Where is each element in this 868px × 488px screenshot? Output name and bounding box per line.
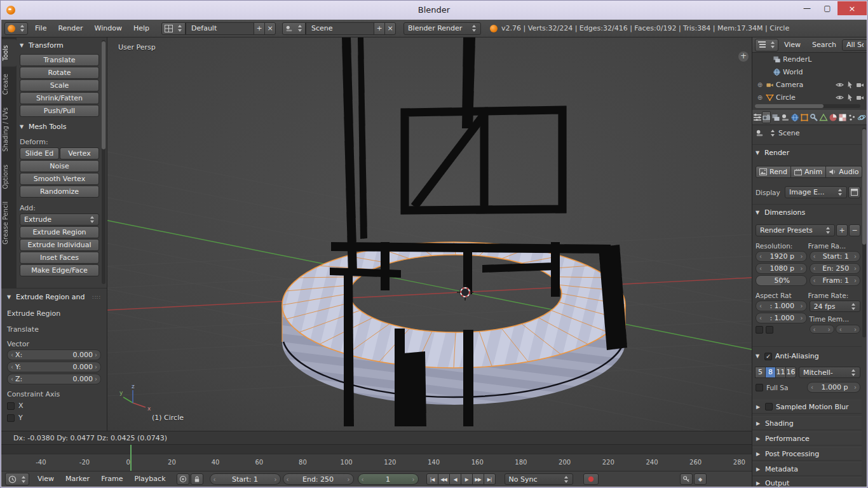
aspect-y-field[interactable]: ‹: 1.000› [756,313,807,323]
vector-y-field[interactable]: ‹Y:0.000› [7,362,101,372]
timeline-region[interactable]: -40-200204060801001201401601802002202402… [1,445,752,471]
tab-world[interactable] [790,111,799,123]
menu-item[interactable]: Render [52,20,88,37]
constraint-y-checkbox[interactable] [7,414,15,422]
stepper-right-icon[interactable]: › [348,476,350,483]
frame-start-field[interactable]: ‹Start: 1› [210,473,281,485]
close-button[interactable]: × [837,1,867,15]
scene-browse-button[interactable] [282,22,306,35]
editor-type-timeline-button[interactable] [5,473,29,485]
tab-data[interactable] [819,111,828,123]
add-scene-button[interactable]: + [374,22,385,35]
time-remap-old-field[interactable]: ‹› [810,325,834,334]
minimize-button[interactable]: — [797,1,817,15]
tab-material[interactable] [829,111,837,123]
tab-object[interactable] [800,111,809,123]
tool-button[interactable]: Rotate [20,67,99,79]
add-preset-button[interactable]: + [836,224,848,236]
menu-item[interactable]: Window [89,20,128,37]
prev-keyframe-button[interactable]: ◀◀ [438,473,450,485]
editor-type-outliner-button[interactable] [755,39,778,51]
filter-size-field[interactable]: ‹1.000 p› [807,382,860,393]
frame-rate-dropdown[interactable]: 24 fps [810,301,861,312]
dimensions-panel-header[interactable]: ▼Dimensions [756,207,860,219]
render-image-button[interactable]: Rend [756,166,791,178]
vector-x-field[interactable]: ‹X:0.000› [7,349,101,360]
outliner-hscrollbar[interactable] [755,104,860,108]
frame-end-field[interactable]: ‹End: 250› [283,473,354,485]
anti-aliasing-checkbox[interactable]: ✓ [764,353,772,360]
aspect-x-field[interactable]: ‹: 1.000› [756,301,807,311]
operator-panel-header[interactable]: ▼Extrude Region and ∷∷ [7,291,101,303]
renderability-camera-icon[interactable] [856,93,864,102]
stepper-right-icon[interactable]: › [95,376,97,383]
render-panel-header[interactable]: ▼Render [756,147,860,159]
panel-collapsed-header[interactable]: ▶ Performance [752,431,862,445]
render-presets-dropdown[interactable]: Render Presets [756,224,835,236]
play-reverse-button[interactable]: ◀ [449,473,461,485]
outliner-row-world[interactable]: World [752,65,867,78]
render-animation-button[interactable]: Anim [790,166,826,178]
selectability-cursor-icon[interactable] [846,93,854,102]
timeline-ruler[interactable]: -40-200204060801001201401601802002202402… [1,454,752,471]
frame-end-field[interactable]: ‹En: 250› [810,263,861,274]
tool-button[interactable]: Extrude Region [20,226,99,238]
display-mode-dropdown[interactable]: Image E... [785,186,847,198]
menu-item[interactable]: View [32,471,60,487]
outliner-scope-dropdown[interactable]: All Sc [842,39,867,51]
tab-texture[interactable] [838,111,847,123]
extrude-menu-button[interactable]: Extrude [20,214,99,226]
add-layout-button[interactable]: + [254,22,265,35]
render-engine-dropdown[interactable]: Blender Render [403,22,481,35]
outliner-row-camera[interactable]: ⊕ Camera [752,78,867,91]
tool-button[interactable]: Inset Faces [20,252,99,264]
stepper-right-icon[interactable]: › [275,476,277,483]
tool-button[interactable]: Randomize [20,186,99,198]
expand-icon[interactable]: ⊕ [756,81,764,88]
panel-collapsed-header[interactable]: ▶ Shading [752,416,862,430]
menu-item[interactable]: Marker [60,471,95,487]
vector-z-field[interactable]: ‹Z:0.000› [7,374,101,384]
delete-scene-button[interactable]: × [384,22,396,35]
tab-particles[interactable] [848,111,857,123]
tool-shelf-scrollbar[interactable] [102,40,105,284]
tab-modifiers[interactable] [810,111,818,123]
tab-render-layers[interactable] [771,111,780,123]
play-button[interactable]: ▶ [461,473,473,485]
aa-sample-option[interactable]: 11 [775,367,786,378]
selectability-cursor-icon[interactable] [846,81,854,89]
constraint-x-checkbox[interactable] [7,402,15,410]
frame-step-field[interactable]: ‹Fram: 1› [810,275,861,286]
scene-name[interactable]: Scene [306,22,374,35]
frame-start-field[interactable]: ‹Start: 1› [810,251,861,262]
toolshelf-tab[interactable]: Tools [2,39,17,67]
transform-panel-header[interactable]: ▼Transform [20,39,99,51]
record-button[interactable] [583,473,599,485]
stepper-right-icon[interactable]: › [95,351,97,358]
tool-button[interactable]: Extrude Individual [20,239,99,251]
toolshelf-tab[interactable]: Shading / UVs [2,102,17,158]
resolution-x-field[interactable]: ‹1920 p› [756,251,807,262]
resolution-y-field[interactable]: ‹1080 p› [756,263,807,274]
autokey-record-toggle[interactable] [177,473,189,485]
screen-layout-name[interactable]: Default [186,22,254,35]
screen-layout-browse-button[interactable] [161,22,186,35]
crop-checkbox[interactable] [766,326,773,334]
next-keyframe-button[interactable]: ▶▶ [472,473,484,485]
stepper-right-icon[interactable]: › [412,476,415,483]
properties-editor-selector[interactable] [754,111,761,123]
aa-filter-dropdown[interactable]: Mitchell- [799,367,860,378]
toolshelf-tab[interactable]: Create [2,68,17,100]
outliner-row-renderlayer[interactable]: RenderL [752,53,867,65]
lock-toggle[interactable] [191,473,203,485]
tool-button[interactable]: Push/Pull [20,105,99,117]
menu-item[interactable]: File [29,20,52,37]
tool-button[interactable]: Translate [20,54,99,66]
editor-type-info-button[interactable] [4,22,28,35]
tool-button[interactable]: Smooth Vertex [20,173,99,185]
tool-button[interactable]: Make Edge/Face [20,264,99,276]
output-panel-header[interactable]: ▶ Output [752,477,862,487]
visibility-eye-icon[interactable] [836,93,844,102]
expand-icon[interactable]: ⊕ [756,94,764,101]
tab-physics[interactable] [857,111,866,123]
